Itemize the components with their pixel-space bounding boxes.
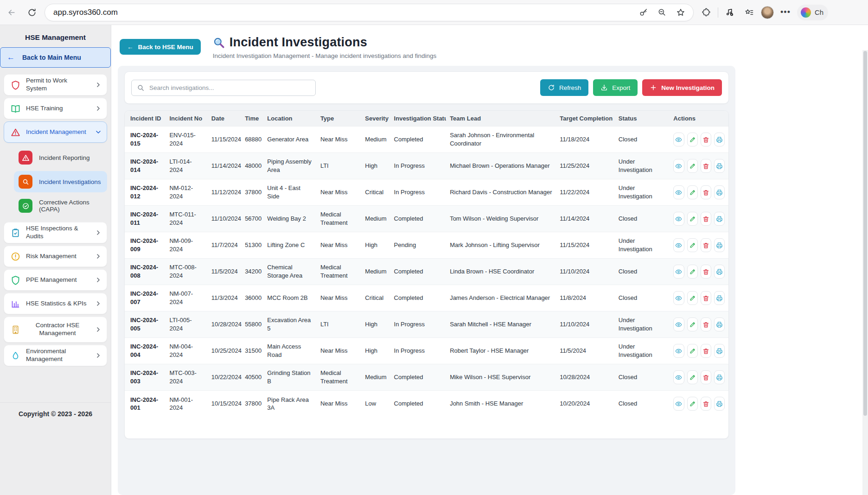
scrollbar-thumb[interactable] [863, 51, 867, 416]
refresh-button[interactable]: Refresh [540, 79, 588, 96]
sidebar-item-ppe-management[interactable]: PPE Management [4, 269, 107, 291]
cell-team-lead: Tom Wilson - Welding Supervisor [446, 206, 556, 232]
url-input[interactable] [53, 8, 636, 17]
edit-button[interactable] [687, 238, 698, 252]
print-button[interactable] [714, 159, 725, 173]
browser-reload-button[interactable] [24, 5, 40, 20]
edit-button[interactable] [687, 185, 698, 199]
delete-button[interactable] [701, 265, 711, 279]
delete-button[interactable] [701, 133, 711, 146]
view-button[interactable] [673, 238, 684, 252]
browser-menu-button[interactable]: ••• [778, 5, 793, 20]
cell-time: 37800 [241, 391, 263, 417]
printer-icon [716, 321, 723, 328]
print-button[interactable] [714, 317, 725, 331]
sidebar-item-risk-management[interactable]: Risk Management [4, 246, 107, 267]
view-button[interactable] [673, 344, 684, 358]
incident-reporting-icon [19, 151, 32, 165]
print-button[interactable] [714, 370, 725, 384]
copilot-button[interactable]: Ch [797, 5, 828, 20]
sidebar-item-inspections-audits[interactable]: HSE Inspections & Audits [4, 222, 107, 243]
search-input[interactable] [131, 80, 316, 96]
sidebar-item-incident-management[interactable]: Incident Management [4, 121, 107, 143]
view-button[interactable] [673, 370, 684, 384]
delete-button[interactable] [701, 212, 711, 226]
sidebar-item-statistics-kpis[interactable]: HSE Statistics & KPIs [4, 293, 107, 314]
delete-button[interactable] [701, 238, 711, 252]
extensions-button[interactable] [698, 5, 714, 20]
browser-back-button[interactable] [4, 5, 19, 20]
print-button[interactable] [714, 185, 725, 199]
delete-button[interactable] [701, 370, 711, 384]
trash-icon [702, 374, 709, 381]
sidebar-item-hse-training[interactable]: HSE Training [4, 98, 107, 119]
view-button[interactable] [673, 397, 684, 411]
chevron-right-icon [95, 229, 102, 236]
zoom-out-button[interactable] [654, 5, 670, 20]
sidebar-item-corrective-actions[interactable]: Corrective Actions (CAPA) [14, 195, 107, 216]
edit-button[interactable] [687, 397, 698, 411]
back-to-main-menu-button[interactable]: ← Back to Main Menu [0, 47, 111, 68]
sidebar-item-environmental[interactable]: Environmental Management [4, 345, 107, 366]
sidebar-item-incident-reporting[interactable]: Incident Reporting [14, 147, 107, 168]
cell-date: 11/5/2024 [208, 259, 241, 285]
cell-actions [670, 179, 728, 206]
print-button[interactable] [714, 344, 725, 358]
col-incident-id: Incident ID [125, 111, 166, 127]
sidebar-item-incident-investigations[interactable]: Incident Investigations [14, 171, 107, 192]
edit-button[interactable] [687, 344, 698, 358]
page-scrollbar[interactable] [862, 50, 868, 495]
cell-incident-no: NM-001-2024 [166, 391, 207, 417]
delete-button[interactable] [701, 317, 711, 331]
delete-button[interactable] [701, 344, 711, 358]
print-button[interactable] [714, 265, 725, 279]
view-button[interactable] [673, 291, 684, 305]
cell-incident-id: INC-2024-005 [125, 311, 166, 338]
print-button[interactable] [714, 133, 725, 146]
delete-button[interactable] [701, 159, 711, 173]
cell-team-lead: Richard Davis - Construction Manager [446, 179, 556, 206]
new-investigation-button[interactable]: New Investigation [642, 79, 722, 96]
delete-button[interactable] [701, 397, 711, 411]
sidebar-item-contractor-hse[interactable]: Contractor HSE Management [4, 317, 107, 343]
edit-button[interactable] [687, 317, 698, 331]
cell-time: 34200 [241, 259, 263, 285]
edit-button[interactable] [687, 133, 698, 146]
media-controls-button[interactable] [722, 5, 738, 20]
url-bar[interactable] [45, 4, 694, 21]
print-button[interactable] [714, 397, 725, 411]
print-button[interactable] [714, 212, 725, 226]
profile-avatar[interactable] [761, 6, 774, 19]
edit-button[interactable] [687, 159, 698, 173]
back-to-hse-menu-button[interactable]: ← Back to HSE Menu [120, 39, 201, 55]
favorite-star-button[interactable] [673, 5, 689, 20]
ppe-shield-icon [11, 275, 20, 285]
toolbar: Refresh Export New Investigation [124, 71, 729, 104]
trash-icon [702, 268, 709, 275]
cell-location: Pipe Rack Area 3A [263, 391, 317, 417]
edit-button[interactable] [687, 212, 698, 226]
view-button[interactable] [673, 317, 684, 331]
cell-severity: High [361, 153, 390, 179]
print-button[interactable] [714, 291, 725, 305]
password-key-button[interactable] [636, 5, 651, 20]
edit-button[interactable] [687, 291, 698, 305]
sidebar-item-permit-to-work[interactable]: Permit to Work System [4, 74, 107, 95]
view-button[interactable] [673, 265, 684, 279]
edit-button[interactable] [687, 370, 698, 384]
cell-actions [670, 364, 728, 391]
view-button[interactable] [673, 185, 684, 199]
view-button[interactable] [673, 159, 684, 173]
export-button[interactable]: Export [593, 79, 638, 96]
chevron-right-icon [95, 352, 102, 359]
view-button[interactable] [673, 133, 684, 146]
print-button[interactable] [714, 238, 725, 252]
view-button[interactable] [673, 212, 684, 226]
favorites-bar-button[interactable] [741, 5, 757, 20]
copilot-label: Ch [815, 8, 823, 16]
delete-button[interactable] [701, 291, 711, 305]
col-actions: Actions [670, 111, 728, 127]
edit-button[interactable] [687, 265, 698, 279]
eye-icon [675, 136, 682, 143]
delete-button[interactable] [701, 185, 711, 199]
